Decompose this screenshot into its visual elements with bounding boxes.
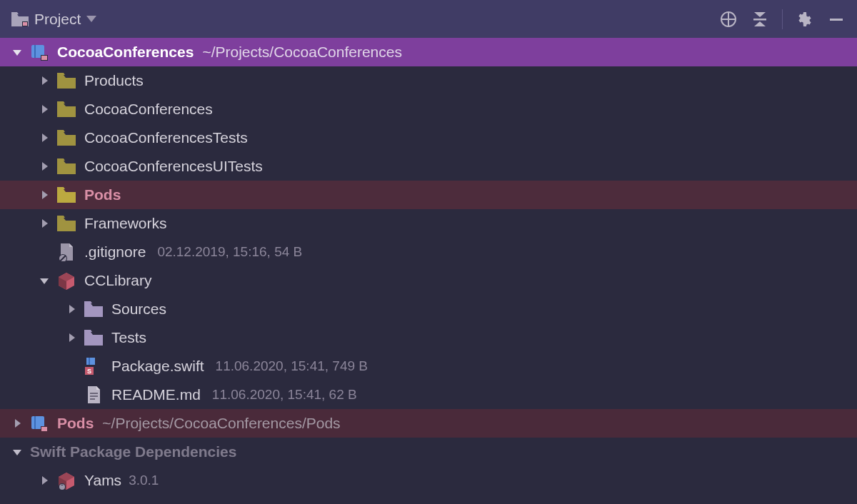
folder-node-pods[interactable]: Pods — [0, 181, 857, 209]
chevron-down-icon[interactable] — [10, 447, 24, 457]
chevron-right-icon[interactable] — [37, 76, 51, 86]
section-label: Swift Package Dependencies — [30, 443, 236, 460]
svg-text:S: S — [87, 368, 91, 375]
svg-rect-18 — [90, 393, 98, 394]
file-meta: 11.06.2020, 15:41, 62 B — [212, 387, 357, 403]
project-node-pods[interactable]: Pods ~/Projects/CocoaConferences/Pods — [0, 409, 857, 438]
svg-rect-15 — [89, 358, 90, 365]
svg-rect-6 — [830, 19, 843, 21]
folder-label: Products — [84, 72, 144, 89]
chevron-right-icon[interactable] — [37, 104, 51, 114]
select-opened-file-icon[interactable] — [719, 10, 738, 29]
svg-rect-19 — [90, 395, 98, 397]
folder-label: CocoaConferences — [84, 101, 213, 118]
package-version: 3.0.1 — [129, 473, 159, 488]
project-panel-toolbar: Project — [0, 0, 857, 38]
svg-rect-22 — [34, 416, 36, 429]
chevron-right-icon[interactable] — [37, 190, 51, 200]
file-node-readme[interactable]: · README.md 11.06.2020, 15:41, 62 B — [0, 380, 857, 409]
folder-label: Tests — [111, 329, 146, 346]
project-selector-label: Project — [34, 11, 81, 28]
xcode-project-icon — [30, 43, 49, 61]
project-root-label: CocoaConferences — [57, 44, 194, 61]
file-node-gitignore[interactable]: · .gitignore 02.12.2019, 15:16, 54 B — [0, 238, 857, 266]
gitignore-file-icon — [57, 243, 76, 261]
chevron-right-icon[interactable] — [64, 333, 79, 343]
hide-icon[interactable] — [827, 10, 846, 29]
folder-label: Sources — [111, 301, 166, 318]
folder-icon — [57, 186, 76, 204]
dropdown-arrow-icon — [86, 14, 96, 25]
chevron-right-icon[interactable] — [37, 161, 51, 171]
project-selector[interactable]: Project — [11, 11, 96, 28]
project-folder-icon — [11, 12, 29, 26]
project-label: Pods — [57, 415, 94, 432]
file-label: README.md — [111, 386, 201, 403]
folder-node-frameworks[interactable]: Frameworks — [0, 209, 857, 238]
folder-node-tests-cc[interactable]: Tests — [0, 323, 857, 352]
svg-rect-5 — [753, 19, 766, 21]
swift-file-icon: S — [84, 357, 103, 376]
svg-rect-10 — [41, 56, 47, 60]
folder-icon — [57, 157, 76, 176]
folder-node-products[interactable]: Products — [0, 66, 857, 95]
package-node-yams[interactable]: Yams 3.0.1 — [0, 466, 857, 495]
chevron-down-icon[interactable] — [37, 276, 51, 286]
section-spm-dependencies[interactable]: Swift Package Dependencies — [0, 438, 857, 466]
chevron-down-icon[interactable] — [10, 47, 24, 57]
folder-node-sources[interactable]: Sources — [0, 295, 857, 323]
svg-rect-8 — [34, 45, 36, 58]
folder-icon — [84, 300, 103, 318]
folder-node-cocoaconferences[interactable]: CocoaConferences — [0, 95, 857, 124]
package-label: CCLibrary — [84, 272, 152, 289]
xcode-project-icon — [30, 414, 49, 433]
folder-label: CocoaConferencesTests — [84, 129, 248, 146]
folder-label: CocoaConferencesUITests — [84, 158, 263, 175]
folder-icon — [57, 100, 76, 119]
file-meta: 11.06.2020, 15:41, 749 B — [216, 358, 368, 374]
toolbar-divider — [782, 9, 783, 29]
package-icon — [57, 271, 76, 290]
chevron-right-icon[interactable] — [37, 475, 51, 485]
collapse-all-icon[interactable] — [751, 10, 769, 29]
svg-rect-1 — [23, 22, 27, 26]
chevron-right-icon[interactable] — [37, 133, 51, 143]
file-label: .gitignore — [84, 243, 146, 261]
svg-rect-14 — [86, 358, 95, 365]
folder-icon — [57, 214, 76, 233]
folder-icon — [84, 328, 103, 347]
file-node-package-swift[interactable]: · S Package.swift 11.06.2020, 15:41, 749… — [0, 352, 857, 380]
gear-icon[interactable] — [796, 10, 814, 29]
svg-rect-20 — [90, 398, 95, 400]
folder-icon — [57, 128, 76, 147]
project-tree: CocoaConferences ~/Projects/CocoaConfere… — [0, 38, 857, 495]
project-root-node[interactable]: CocoaConferences ~/Projects/CocoaConfere… — [0, 38, 857, 66]
folder-icon — [57, 71, 76, 90]
markdown-file-icon — [84, 385, 103, 404]
folder-label: Frameworks — [84, 215, 167, 232]
svg-rect-24 — [41, 427, 47, 431]
project-path: ~/Projects/CocoaConferences/Pods — [102, 415, 340, 432]
svg-point-26 — [59, 484, 65, 490]
chevron-right-icon[interactable] — [10, 418, 24, 428]
chevron-right-icon[interactable] — [37, 218, 51, 228]
folder-label: Pods — [84, 186, 121, 203]
project-root-path: ~/Projects/CocoaConferences — [202, 44, 402, 61]
package-label: Yams — [84, 472, 121, 489]
package-node-cclibrary[interactable]: CCLibrary — [0, 266, 857, 295]
file-meta: 02.12.2019, 15:16, 54 B — [157, 244, 302, 260]
package-dependency-icon — [57, 471, 76, 490]
chevron-right-icon[interactable] — [64, 304, 79, 314]
file-label: Package.swift — [111, 358, 204, 375]
folder-node-uitests[interactable]: CocoaConferencesUITests — [0, 152, 857, 181]
folder-node-tests[interactable]: CocoaConferencesTests — [0, 124, 857, 152]
